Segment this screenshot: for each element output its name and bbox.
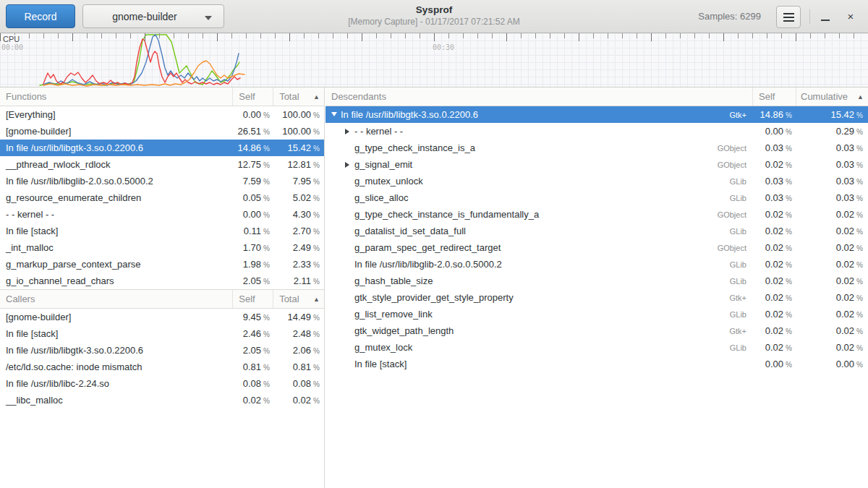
descendants-column-header[interactable]: Descendants: [326, 87, 752, 106]
table-row[interactable]: [Everything]0.00%100.00%: [0, 106, 324, 123]
table-row[interactable]: _int_malloc1.70%2.49%: [0, 239, 324, 256]
table-row[interactable]: In file /usr/lib/libc-2.24.so0.08%0.08%: [0, 375, 324, 392]
app-title: Sysprof: [217, 4, 651, 17]
library-badge: GLib: [730, 177, 752, 186]
table-row[interactable]: In file /usr/lib/libgtk-3.so.0.2200.62.0…: [0, 342, 324, 359]
menu-button[interactable]: [776, 6, 801, 28]
table-row[interactable]: [gnome-builder]9.45%14.49%: [0, 309, 324, 325]
percent-value: 0.02: [765, 226, 783, 236]
percent-value: 2.46: [243, 328, 261, 339]
table-row[interactable]: g_list_remove_linkGLib0.02%0.02%: [326, 306, 868, 322]
percent-sign: %: [856, 228, 863, 236]
total-column-header[interactable]: Total ▲: [273, 290, 324, 308]
table-row[interactable]: In file /usr/lib/libgtk-3.so.0.2200.614.…: [0, 140, 324, 156]
function-name: - - kernel - -: [354, 126, 403, 137]
table-row[interactable]: In file /usr/lib/libgtk-3.so.0.2200.6Gtk…: [326, 106, 868, 123]
table-row[interactable]: - - kernel - -0.00%4.30%: [0, 206, 324, 223]
cpu-timeline-graph[interactable]: CPU 00:00 00:30: [0, 33, 868, 87]
percent-sign: %: [263, 330, 270, 338]
close-button[interactable]: ×: [841, 7, 861, 25]
percent-sign: %: [786, 311, 792, 319]
table-row[interactable]: g_resource_enumerate_children0.05%5.02%: [0, 189, 324, 206]
descendant-name-cell: - - kernel - -: [326, 126, 752, 137]
table-row[interactable]: In file /usr/lib/libglib-2.0.so.0.5000.2…: [326, 256, 868, 273]
table-row[interactable]: g_slice_allocGLib0.03%0.03%: [326, 189, 868, 206]
percent-value: 0.02: [836, 309, 854, 320]
percent-cell: 2.06%: [273, 345, 324, 356]
percent-cell: 0.81%: [232, 361, 273, 372]
percent-sign: %: [263, 145, 270, 153]
table-row[interactable]: g_io_channel_read_chars2.05%2.11%: [0, 273, 324, 289]
minimize-button[interactable]: [816, 7, 835, 25]
self-column-header[interactable]: Self: [232, 87, 273, 106]
hamburger-icon: [783, 17, 794, 18]
table-row[interactable]: gtk_widget_path_lengthGtk+0.02%0.02%: [326, 322, 868, 339]
table-row[interactable]: g_param_spec_get_redirect_targetGObject0…: [326, 239, 868, 256]
percent-value: 0.81: [243, 361, 261, 372]
table-row[interactable]: In file [stack]0.11%2.70%: [0, 223, 324, 239]
table-row[interactable]: g_mutex_lockGLib0.02%0.02%: [326, 339, 868, 356]
percent-value: 0.02: [293, 395, 311, 406]
descendant-name-cell: gtk_style_provider_get_style_propertyGtk…: [326, 292, 752, 303]
process-selector-label: gnome-builder: [112, 11, 177, 22]
percent-sign: %: [263, 278, 270, 286]
callers-column-header[interactable]: Callers: [0, 290, 232, 308]
functions-table: Functions Self Total ▲ [Everything]0.00%…: [0, 87, 324, 289]
table-row[interactable]: g_hash_table_sizeGLib0.02%0.02%: [326, 273, 868, 289]
table-row[interactable]: g_type_check_instance_is_fundamentally_a…: [326, 206, 868, 223]
percent-cell: 0.03%: [752, 192, 796, 203]
table-row[interactable]: g_datalist_id_set_data_fullGLib0.02%0.02…: [326, 223, 868, 239]
table-row[interactable]: [gnome-builder]26.51%100.00%: [0, 123, 324, 140]
table-row[interactable]: __libc_malloc0.02%0.02%: [0, 392, 324, 408]
self-column-header[interactable]: Self: [752, 87, 796, 106]
percent-sign: %: [313, 211, 320, 219]
table-row[interactable]: g_markup_parse_context_parse1.98%2.33%: [0, 256, 324, 273]
percent-value: 0.02: [765, 325, 783, 336]
percent-cell: 14.49%: [273, 312, 324, 322]
expander-open-icon[interactable]: [331, 110, 341, 119]
table-row[interactable]: In file [stack]0.00%0.00%: [326, 356, 868, 372]
cumulative-column-header[interactable]: Cumulative ▲: [796, 87, 868, 106]
table-row[interactable]: In file /usr/lib/libglib-2.0.so.0.5000.2…: [0, 173, 324, 189]
percent-cell: 0.02%: [752, 226, 796, 236]
table-row[interactable]: __pthread_rwlock_rdlock12.75%12.81%: [0, 156, 324, 173]
library-badge: GLib: [730, 227, 752, 236]
percent-cell: 1.98%: [232, 259, 273, 270]
table-row[interactable]: g_type_check_instance_is_aGObject0.03%0.…: [326, 140, 868, 156]
process-selector-dropdown[interactable]: gnome-builder: [82, 4, 224, 28]
percent-sign: %: [786, 294, 792, 302]
table-row[interactable]: g_mutex_unlockGLib0.03%0.03%: [326, 173, 868, 189]
percent-sign: %: [786, 211, 792, 219]
function-name: g_param_spec_get_redirect_target: [354, 242, 501, 253]
percent-sign: %: [786, 344, 792, 352]
function-name: In file /usr/lib/libglib-2.0.so.0.5000.2: [354, 259, 502, 270]
percent-sign: %: [856, 194, 863, 202]
expander-closed-icon[interactable]: [345, 129, 354, 134]
library-badge: Gtk+: [729, 294, 752, 302]
percent-sign: %: [313, 314, 320, 322]
percent-cell: 0.08%: [232, 378, 273, 389]
library-badge: GLib: [730, 194, 752, 202]
table-row[interactable]: gtk_style_provider_get_style_propertyGtk…: [326, 289, 868, 306]
functions-table-header: Functions Self Total ▲: [0, 87, 324, 106]
library-badge: GLib: [730, 310, 752, 319]
self-column-header[interactable]: Self: [232, 290, 273, 308]
percent-sign: %: [263, 128, 270, 136]
table-row[interactable]: g_signal_emitGObject0.02%0.03%: [326, 156, 868, 173]
percent-value: 0.02: [836, 242, 854, 253]
expander-closed-icon[interactable]: [345, 162, 354, 168]
percent-sign: %: [313, 364, 320, 372]
function-name: g_hash_table_size: [354, 275, 433, 286]
percent-sign: %: [856, 145, 863, 153]
table-row[interactable]: /etc/ld.so.cache: inode mismatch0.81%0.8…: [0, 359, 324, 375]
descendant-name-cell: g_datalist_id_set_data_fullGLib: [326, 226, 752, 236]
record-button[interactable]: Record: [6, 4, 75, 28]
table-row[interactable]: - - kernel - -0.00%0.29%: [326, 123, 868, 140]
functions-column-header[interactable]: Functions: [0, 87, 232, 106]
library-badge: GLib: [730, 277, 752, 286]
percent-cell: 2.46%: [232, 328, 273, 339]
total-column-header[interactable]: Total ▲: [273, 87, 324, 106]
table-row[interactable]: In file [stack]2.46%2.48%: [0, 325, 324, 342]
percent-value: 0.02: [765, 209, 783, 220]
percent-value: 15.42: [288, 142, 312, 153]
